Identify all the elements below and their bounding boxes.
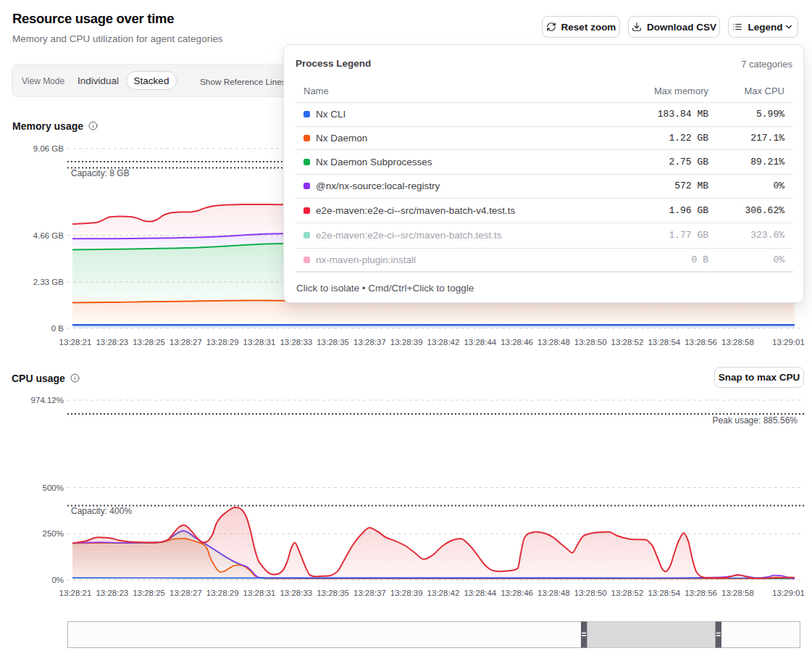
- svg-text:Peak usage: 885.56%: Peak usage: 885.56%: [713, 415, 798, 426]
- svg-text:13:28:46: 13:28:46: [501, 589, 533, 597]
- svg-text:13:28:27: 13:28:27: [169, 338, 202, 346]
- svg-text:13:28:58: 13:28:58: [721, 338, 754, 346]
- svg-text:13:28:58: 13:28:58: [721, 589, 754, 597]
- svg-text:Capacity: 8 GB: Capacity: 8 GB: [71, 168, 130, 178]
- svg-text:13:28:23: 13:28:23: [96, 589, 128, 597]
- svg-text:13:28:37: 13:28:37: [353, 589, 386, 597]
- svg-text:13:28:42: 13:28:42: [427, 338, 460, 346]
- svg-text:13:28:52: 13:28:52: [611, 589, 644, 597]
- svg-text:13:28:29: 13:28:29: [206, 338, 239, 346]
- svg-text:13:28:25: 13:28:25: [133, 338, 165, 346]
- svg-text:13:28:48: 13:28:48: [537, 338, 570, 346]
- svg-text:13:28:50: 13:28:50: [574, 589, 607, 597]
- svg-text:13:29:01: 13:29:01: [772, 338, 805, 346]
- svg-text:13:28:54: 13:28:54: [648, 338, 680, 346]
- svg-text:13:28:37: 13:28:37: [353, 338, 386, 346]
- svg-text:13:28:56: 13:28:56: [685, 589, 717, 597]
- svg-text:13:28:44: 13:28:44: [464, 589, 496, 597]
- svg-text:13:28:25: 13:28:25: [133, 589, 165, 597]
- svg-text:13:29:01: 13:29:01: [772, 589, 805, 597]
- svg-text:13:28:56: 13:28:56: [685, 338, 717, 346]
- svg-text:13:28:48: 13:28:48: [537, 589, 570, 597]
- svg-text:13:28:33: 13:28:33: [280, 589, 312, 597]
- svg-text:13:28:39: 13:28:39: [390, 589, 423, 597]
- svg-text:13:28:35: 13:28:35: [317, 589, 349, 597]
- svg-text:250%: 250%: [43, 529, 64, 538]
- svg-text:13:28:50: 13:28:50: [574, 338, 607, 346]
- svg-text:13:28:21: 13:28:21: [59, 338, 92, 346]
- svg-text:13:28:23: 13:28:23: [96, 338, 128, 346]
- svg-text:13:28:35: 13:28:35: [317, 338, 349, 346]
- svg-text:13:28:39: 13:28:39: [390, 338, 423, 346]
- svg-text:13:28:21: 13:28:21: [59, 589, 92, 597]
- svg-text:0 B: 0 B: [51, 324, 64, 333]
- svg-text:13:28:54: 13:28:54: [648, 589, 680, 597]
- svg-text:Capacity: 400%: Capacity: 400%: [71, 506, 132, 516]
- svg-text:4.66 GB: 4.66 GB: [33, 231, 64, 240]
- svg-text:0%: 0%: [51, 576, 64, 584]
- svg-text:13:28:33: 13:28:33: [280, 338, 312, 346]
- svg-text:974.12%: 974.12%: [31, 396, 64, 404]
- svg-text:13:28:44: 13:28:44: [464, 338, 496, 346]
- svg-text:13:28:52: 13:28:52: [611, 338, 644, 346]
- svg-text:13:28:46: 13:28:46: [501, 338, 533, 346]
- svg-text:13:28:31: 13:28:31: [243, 338, 276, 346]
- svg-text:500%: 500%: [43, 484, 64, 492]
- svg-text:13:28:42: 13:28:42: [427, 589, 460, 597]
- svg-text:9.06 GB: 9.06 GB: [33, 144, 64, 153]
- svg-text:13:28:29: 13:28:29: [206, 589, 239, 597]
- svg-text:13:28:31: 13:28:31: [243, 589, 276, 597]
- svg-text:13:28:27: 13:28:27: [169, 589, 202, 597]
- svg-text:2.33 GB: 2.33 GB: [33, 278, 64, 286]
